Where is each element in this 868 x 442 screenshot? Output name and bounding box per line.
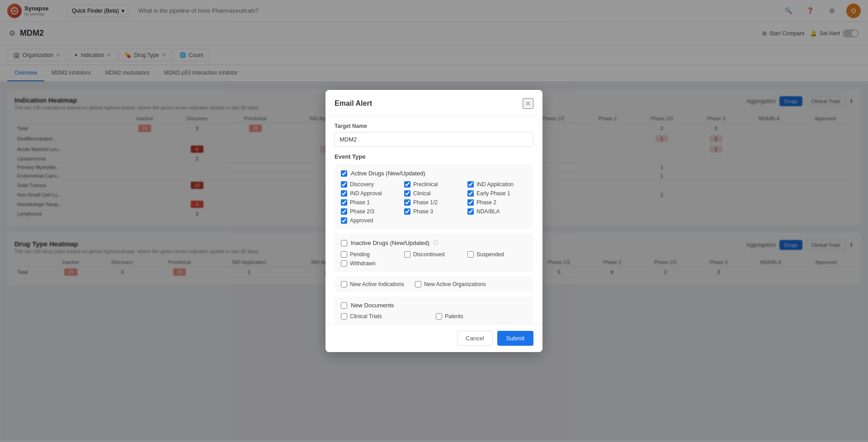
phase1-label: Phase 1 xyxy=(350,199,370,206)
cancel-button[interactable]: Cancel xyxy=(457,331,492,346)
new-active-section: New Active Indications New Active Organi… xyxy=(335,277,533,292)
phase2-3-label: Phase 2/3 xyxy=(350,208,374,215)
active-drugs-checkbox[interactable] xyxy=(341,170,347,177)
discontinued-label: Discontinued xyxy=(413,251,444,258)
new-active-row: New Active Indications New Active Organi… xyxy=(335,277,533,292)
ind-approval-label: IND Approval xyxy=(350,190,382,197)
withdrawn-checkbox[interactable] xyxy=(341,260,347,267)
info-icon: ⓘ xyxy=(433,239,439,247)
checkbox-nda-bla: NDA/BLA xyxy=(467,208,527,215)
clinical-label: Clinical xyxy=(413,190,431,197)
approved-label: Approved xyxy=(350,217,373,224)
nda-bla-label: NDA/BLA xyxy=(476,208,500,215)
clinical-trials-label: Clinical Trials xyxy=(350,313,382,320)
checkbox-suspended: Suspended xyxy=(467,251,527,258)
ind-application-label: IND Application xyxy=(476,181,514,188)
checkbox-phase2-3: Phase 2/3 xyxy=(341,208,401,215)
preclinical-checkbox[interactable] xyxy=(404,181,410,188)
patents-checkbox[interactable] xyxy=(436,313,442,320)
checkbox-patents: Patents xyxy=(436,313,527,320)
email-alert-modal: Email Alert × Target Name Event Type Act… xyxy=(326,90,542,352)
active-drugs-header: Active Drugs (New/Updated) xyxy=(341,170,527,177)
modal-body: Target Name Event Type Active Drugs (New… xyxy=(326,116,542,324)
ind-application-checkbox[interactable] xyxy=(467,181,474,188)
suspended-checkbox[interactable] xyxy=(467,251,474,258)
checkbox-phase3: Phase 3 xyxy=(404,208,464,215)
pending-checkbox[interactable] xyxy=(341,251,347,258)
nda-bla-checkbox[interactable] xyxy=(467,208,474,215)
new-active-indications-checkbox[interactable] xyxy=(341,281,347,287)
checkbox-ind-approval: IND Approval xyxy=(341,190,401,197)
modal-title: Email Alert xyxy=(335,99,372,108)
phase2-label: Phase 2 xyxy=(476,199,496,206)
phase2-3-checkbox[interactable] xyxy=(341,208,347,215)
checkbox-clinical-trials: Clinical Trials xyxy=(341,313,432,320)
active-drugs-group: Active Drugs (New/Updated) Discovery Pre… xyxy=(335,165,533,229)
event-type-label: Event Type xyxy=(335,153,533,160)
phase2-checkbox[interactable] xyxy=(467,199,474,206)
new-active-organizations-row: New Active Organizations xyxy=(415,281,486,287)
early-phase1-label: Early Phase 1 xyxy=(476,190,510,197)
clinical-trials-checkbox[interactable] xyxy=(341,313,347,320)
modal-header: Email Alert × xyxy=(326,90,542,116)
discontinued-checkbox[interactable] xyxy=(404,251,410,258)
new-active-indications-label[interactable]: New Active Indications xyxy=(350,281,404,287)
new-active-organizations-checkbox[interactable] xyxy=(415,281,421,287)
preclinical-label: Preclinical xyxy=(413,181,438,188)
modal-footer: Cancel Submit xyxy=(326,324,542,352)
phase3-label: Phase 3 xyxy=(413,208,433,215)
new-active-indications-row: New Active Indications xyxy=(341,281,404,287)
modal-overlay[interactable]: Email Alert × Target Name Event Type Act… xyxy=(0,0,868,441)
inactive-drugs-group: Inactive Drugs (New/Updated) ⓘ Pending D… xyxy=(335,234,533,272)
checkbox-approved: Approved xyxy=(341,217,401,224)
submit-button[interactable]: Submit xyxy=(497,331,533,346)
target-name-label: Target Name xyxy=(335,123,533,129)
pending-label: Pending xyxy=(350,251,370,258)
phase1-2-label: Phase 1/2 xyxy=(413,199,438,206)
phase3-checkbox[interactable] xyxy=(404,208,410,215)
suspended-label: Suspended xyxy=(476,251,504,258)
active-drugs-label[interactable]: Active Drugs (New/Updated) xyxy=(351,170,425,177)
new-active-organizations-label[interactable]: New Active Organizations xyxy=(424,281,486,287)
checkbox-preclinical: Preclinical xyxy=(404,181,464,188)
patents-label: Patents xyxy=(445,313,463,320)
new-documents-label[interactable]: New Documents xyxy=(351,302,394,309)
checkbox-discovery: Discovery xyxy=(341,181,401,188)
active-drugs-options: Discovery Preclinical IND Application IN… xyxy=(341,181,527,224)
checkbox-ind-application: IND Application xyxy=(467,181,527,188)
inactive-drugs-checkbox[interactable] xyxy=(341,240,347,246)
checkbox-pending: Pending xyxy=(341,251,401,258)
checkbox-phase1-2: Phase 1/2 xyxy=(404,199,464,206)
inactive-drugs-options: Pending Discontinued Suspended Withdrawn xyxy=(341,251,527,267)
phase1-2-checkbox[interactable] xyxy=(404,199,410,206)
discovery-label: Discovery xyxy=(350,181,374,188)
checkbox-phase2: Phase 2 xyxy=(467,199,527,206)
modal-close-button[interactable]: × xyxy=(523,98,533,109)
checkbox-phase1: Phase 1 xyxy=(341,199,401,206)
checkbox-discontinued: Discontinued xyxy=(404,251,464,258)
new-documents-checkbox[interactable] xyxy=(341,302,347,309)
approved-checkbox[interactable] xyxy=(341,217,347,224)
checkbox-clinical: Clinical xyxy=(404,190,464,197)
early-phase1-checkbox[interactable] xyxy=(467,190,474,197)
phase1-checkbox[interactable] xyxy=(341,199,347,206)
checkbox-early-phase1: Early Phase 1 xyxy=(467,190,527,197)
discovery-checkbox[interactable] xyxy=(341,181,347,188)
target-name-input[interactable] xyxy=(335,132,533,147)
inactive-drugs-header: Inactive Drugs (New/Updated) ⓘ xyxy=(341,239,527,247)
checkbox-withdrawn: Withdrawn xyxy=(341,260,401,267)
withdrawn-label: Withdrawn xyxy=(350,260,376,267)
new-documents-options: Clinical Trials Patents xyxy=(341,313,527,320)
clinical-checkbox[interactable] xyxy=(404,190,410,197)
new-documents-group: New Documents Clinical Trials Patents xyxy=(335,296,533,324)
inactive-drugs-label[interactable]: Inactive Drugs (New/Updated) xyxy=(351,240,429,246)
ind-approval-checkbox[interactable] xyxy=(341,190,347,197)
new-documents-header: New Documents xyxy=(341,302,527,309)
